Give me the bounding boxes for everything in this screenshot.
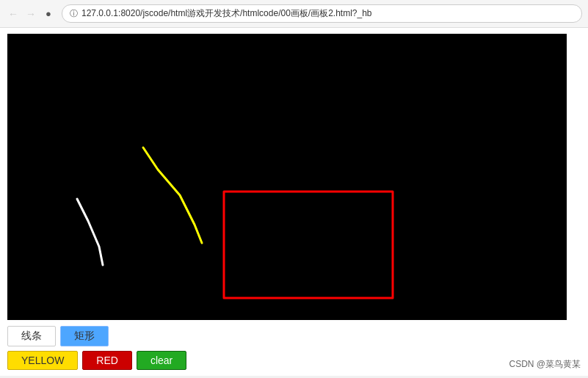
clear-button[interactable]: clear [137,351,186,370]
nav-buttons: ← → ● [6,7,56,21]
rect-tool-button[interactable]: 矩形 [60,326,109,346]
watermark: CSDN @菜鸟黄某 [509,358,581,371]
forward-button[interactable]: → [23,7,38,21]
yellow-color-button[interactable]: YELLOW [7,351,78,370]
controls-row-1: 线条 矩形 [7,326,581,346]
browser-chrome: ← → ● ⓘ 127.0.0.1:8020/jscode/html游戏开发技术… [0,0,588,28]
red-color-button[interactable]: RED [82,351,132,370]
controls-area: 线条 矩形 YELLOW RED clear [0,320,588,376]
refresh-button[interactable]: ● [41,7,56,21]
drawing-canvas[interactable] [7,34,567,320]
canvas-container [0,28,588,320]
watermark-text: CSDN @菜鸟黄某 [509,359,581,369]
content-area: 线条 矩形 YELLOW RED clear [0,28,588,376]
back-button[interactable]: ← [6,7,21,21]
lock-icon: ⓘ [70,8,78,19]
url-text: 127.0.0.1:8020/jscode/html游戏开发技术/htmlcod… [81,7,372,20]
controls-row-2: YELLOW RED clear [7,351,581,370]
line-tool-button[interactable]: 线条 [7,326,56,346]
address-bar[interactable]: ⓘ 127.0.0.1:8020/jscode/html游戏开发技术/htmlc… [62,4,582,23]
